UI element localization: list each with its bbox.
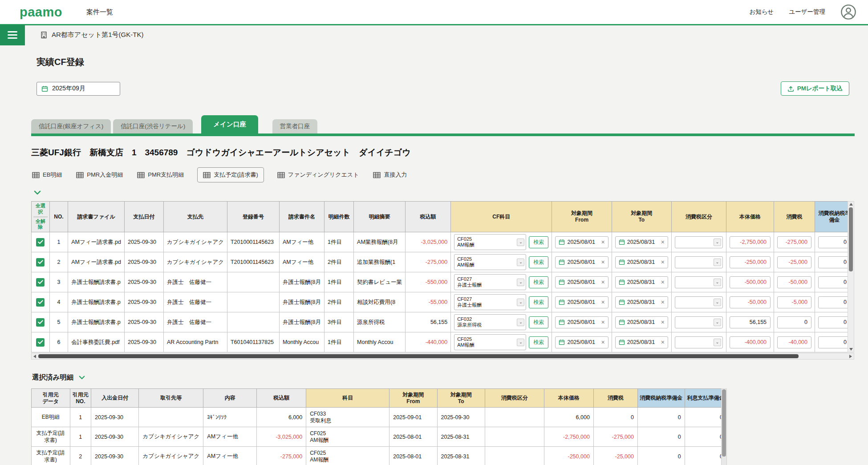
- cell-invoice-file[interactable]: AMフィー請求書.pd: [68, 252, 125, 272]
- subtab-funding-request[interactable]: ファンディングリクエスト: [276, 168, 360, 182]
- tax-class-select[interactable]: ⌄: [675, 256, 723, 268]
- period-from-input[interactable]: 2025/08/01×: [555, 316, 608, 328]
- cell-invoice-file[interactable]: 会計事務委託費.pdf: [68, 332, 125, 352]
- period-from-input[interactable]: 2025/08/01×: [555, 256, 608, 268]
- cf-account-select[interactable]: CF025AM報酬⌄: [454, 254, 526, 270]
- clear-date-icon[interactable]: ×: [661, 339, 665, 345]
- base-price-input[interactable]: -2,750,000: [730, 236, 771, 248]
- clear-date-icon[interactable]: ×: [661, 239, 665, 245]
- tax-class-select[interactable]: ⌄: [675, 296, 723, 308]
- selected-table-vscrollbar[interactable]: [721, 388, 727, 465]
- clear-date-icon[interactable]: ×: [601, 259, 605, 265]
- period-from-input[interactable]: 2025/08/01×: [555, 276, 608, 288]
- subtab-payment-schedule-invoice[interactable]: 支払予定(請求書): [197, 167, 264, 182]
- base-price-input[interactable]: -250,000: [730, 256, 771, 268]
- clear-date-icon[interactable]: ×: [601, 299, 605, 305]
- tax-reserve-input[interactable]: 0: [818, 236, 851, 248]
- tax-reserve-input[interactable]: 0: [818, 276, 851, 288]
- base-price-input[interactable]: -400,000: [730, 336, 771, 348]
- clear-date-icon[interactable]: ×: [601, 339, 605, 345]
- period-to-input[interactable]: 2025/08/31×: [615, 296, 668, 308]
- row-checkbox[interactable]: [36, 298, 45, 307]
- vscroll-thumb[interactable]: [849, 207, 853, 271]
- period-from-input[interactable]: 2025/08/01×: [555, 296, 608, 308]
- tax-input[interactable]: -25,000: [777, 256, 811, 268]
- tax-reserve-input[interactable]: 0: [818, 296, 851, 308]
- cf-account-select[interactable]: CF027弁護士報酬⌄: [454, 274, 526, 290]
- scroll-left-icon[interactable]: [33, 355, 36, 358]
- cell-invoice-file[interactable]: 弁護士報酬請求書.p: [68, 272, 125, 292]
- cf-search-button[interactable]: 検索: [529, 236, 548, 248]
- row-checkbox[interactable]: [36, 338, 45, 347]
- cf-search-button[interactable]: 検索: [529, 276, 548, 288]
- clear-date-icon[interactable]: ×: [661, 299, 665, 305]
- tab-trust-shibuya-retail[interactable]: 信託口座(渋谷リテール): [113, 119, 193, 133]
- cf-account-select[interactable]: CF027弁護士報酬⌄: [454, 294, 526, 310]
- tax-class-select[interactable]: ⌄: [675, 276, 723, 288]
- clear-date-icon[interactable]: ×: [661, 319, 665, 325]
- cf-search-button[interactable]: 検索: [529, 256, 548, 268]
- base-price-input[interactable]: -500,000: [730, 276, 771, 288]
- cell-invoice-file[interactable]: 弁護士報酬請求書.p: [68, 292, 125, 312]
- subtab-direct-input[interactable]: 直接入力: [372, 168, 408, 182]
- tab-main-account[interactable]: メイン口座: [201, 115, 258, 133]
- pm-report-import-button[interactable]: PMレポート取込: [781, 81, 849, 96]
- tax-input[interactable]: -5,000: [777, 296, 811, 308]
- tax-class-select[interactable]: ⌄: [675, 236, 723, 248]
- tax-reserve-input[interactable]: 0: [818, 336, 851, 348]
- scroll-up-icon[interactable]: [849, 203, 853, 206]
- cf-search-button[interactable]: 検索: [529, 336, 548, 348]
- vscroll-thumb[interactable]: [722, 389, 726, 457]
- row-checkbox[interactable]: [36, 278, 45, 287]
- tax-class-select[interactable]: ⌄: [675, 316, 723, 328]
- select-all-link[interactable]: 全選択: [33, 203, 48, 217]
- tax-class-select[interactable]: ⌄: [675, 336, 723, 348]
- nav-case-list-link[interactable]: 案件一覧: [86, 8, 113, 16]
- clear-date-icon[interactable]: ×: [601, 279, 605, 285]
- month-picker[interactable]: 2025年09月: [37, 82, 120, 96]
- hscroll-thumb[interactable]: [38, 354, 799, 358]
- cf-account-select[interactable]: CF025AM報酬⌄: [454, 234, 526, 250]
- subtab-pmr-deposit[interactable]: PMR入金明細: [75, 168, 124, 182]
- period-to-input[interactable]: 2025/08/31×: [615, 236, 668, 248]
- subtab-pmr-payment[interactable]: PMR支払明細: [136, 168, 185, 182]
- tab-operator-account[interactable]: 営業者口座: [272, 119, 318, 133]
- cell-invoice-file[interactable]: 弁護士報酬請求書.p: [68, 312, 125, 332]
- chevron-down-icon[interactable]: [79, 376, 85, 380]
- period-to-input[interactable]: 2025/08/31×: [615, 316, 668, 328]
- scroll-down-icon[interactable]: [849, 348, 853, 351]
- period-to-input[interactable]: 2025/08/31×: [615, 276, 668, 288]
- tax-input[interactable]: -275,000: [777, 236, 811, 248]
- main-table-vscrollbar[interactable]: [848, 201, 854, 352]
- tab-trust-ginza-office[interactable]: 信託口座(銀座オフィス): [31, 119, 111, 133]
- tax-reserve-input[interactable]: 0: [818, 256, 851, 268]
- clear-date-icon[interactable]: ×: [661, 279, 665, 285]
- cf-account-select[interactable]: CF032源泉所得税⌄: [454, 314, 526, 330]
- deselect-all-link[interactable]: 全解除: [33, 218, 48, 231]
- table-collapse-toggle[interactable]: [34, 189, 44, 197]
- main-table-hscrollbar[interactable]: [31, 353, 854, 360]
- cf-account-select[interactable]: CF025AM報酬⌄: [454, 334, 526, 350]
- app-logo[interactable]: paamo: [20, 5, 62, 20]
- cf-search-button[interactable]: 検索: [529, 296, 548, 308]
- row-checkbox[interactable]: [36, 318, 45, 327]
- cell-invoice-file[interactable]: AMフィー請求書.pd: [68, 232, 125, 252]
- notifications-link[interactable]: お知らせ: [749, 8, 774, 16]
- clear-date-icon[interactable]: ×: [661, 259, 665, 265]
- base-price-input[interactable]: 56,155: [730, 316, 771, 328]
- tax-input[interactable]: 0: [777, 316, 811, 328]
- tax-input[interactable]: -40,000: [777, 336, 811, 348]
- row-checkbox[interactable]: [36, 238, 45, 247]
- clear-date-icon[interactable]: ×: [601, 239, 605, 245]
- period-from-input[interactable]: 2025/08/01×: [555, 236, 608, 248]
- clear-date-icon[interactable]: ×: [601, 319, 605, 325]
- tax-reserve-input[interactable]: 0: [818, 316, 851, 328]
- cf-search-button[interactable]: 検索: [529, 316, 548, 328]
- row-checkbox[interactable]: [36, 258, 45, 267]
- period-from-input[interactable]: 2025/08/01×: [555, 336, 608, 348]
- period-to-input[interactable]: 2025/08/31×: [615, 336, 668, 348]
- subtab-eb-statement[interactable]: EB明細: [31, 168, 63, 182]
- menu-button[interactable]: [0, 25, 25, 45]
- user-avatar-icon[interactable]: [840, 4, 856, 20]
- user-management-link[interactable]: ユーザー管理: [789, 8, 825, 16]
